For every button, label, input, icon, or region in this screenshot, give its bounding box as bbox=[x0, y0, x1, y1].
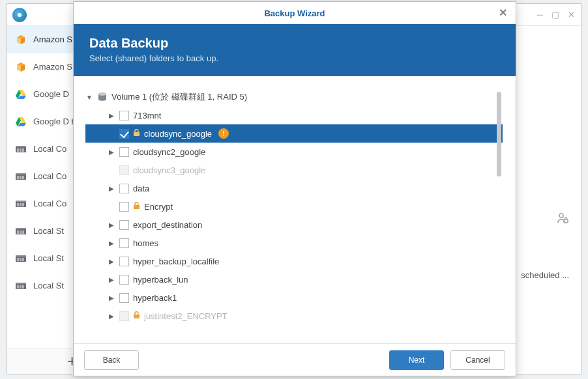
next-button[interactable]: Next bbox=[389, 350, 444, 370]
folder-checkbox[interactable] bbox=[119, 293, 129, 303]
svg-rect-18 bbox=[17, 231, 19, 234]
tree-row[interactable]: ▶cloudsync2_google bbox=[85, 143, 503, 161]
chevron-right-icon[interactable]: ▶ bbox=[108, 111, 115, 119]
folder-checkbox[interactable] bbox=[119, 147, 129, 157]
svg-rect-30 bbox=[22, 285, 24, 288]
modal-body: ▼ Volume 1 (位於 磁碟群組 1, RAID 5) ▶713mntcl… bbox=[74, 76, 516, 343]
tree-row[interactable]: ▶713mnt bbox=[85, 106, 503, 124]
svg-rect-5 bbox=[22, 148, 24, 152]
folder-checkbox[interactable] bbox=[119, 202, 129, 212]
chevron-right-icon[interactable]: ▶ bbox=[108, 239, 115, 247]
folder-label: data bbox=[133, 184, 149, 193]
svg-rect-35 bbox=[134, 132, 140, 136]
chevron-right-icon[interactable]: ▶ bbox=[108, 294, 115, 302]
svg-point-31 bbox=[559, 214, 563, 218]
sidebar-item-label: Local Co bbox=[33, 199, 66, 210]
svg-rect-13 bbox=[17, 203, 19, 206]
folder-checkbox[interactable] bbox=[119, 257, 129, 266]
svg-rect-9 bbox=[20, 176, 22, 179]
folder-label: cloudsync_google bbox=[144, 129, 212, 139]
folder-checkbox[interactable] bbox=[119, 184, 129, 193]
folder-checkbox[interactable] bbox=[119, 275, 129, 285]
maximize-icon[interactable]: ▢ bbox=[551, 10, 560, 20]
amazon-s3-icon bbox=[15, 61, 27, 73]
tree-row[interactable]: cloudsync_google! bbox=[85, 124, 503, 143]
sidebar-item-label: Local Co bbox=[33, 144, 66, 155]
svg-rect-36 bbox=[134, 205, 140, 209]
modal-titlebar: Backup Wizard ✕ bbox=[74, 2, 516, 24]
sidebar-item-label: Local Co bbox=[33, 171, 66, 182]
tree-row[interactable]: ▶homes bbox=[85, 234, 503, 252]
warning-icon: ! bbox=[218, 128, 229, 139]
app-logo-icon bbox=[12, 8, 27, 22]
folder-label: 713mnt bbox=[133, 111, 161, 120]
back-button[interactable]: Back bbox=[84, 350, 139, 370]
svg-rect-17 bbox=[16, 228, 26, 229]
modal-title: Backup Wizard bbox=[264, 8, 325, 18]
folder-checkbox[interactable] bbox=[119, 129, 129, 139]
svg-rect-27 bbox=[16, 283, 26, 284]
svg-rect-8 bbox=[17, 176, 19, 179]
sidebar-item-label: Amazon S bbox=[33, 35, 72, 46]
svg-rect-4 bbox=[20, 148, 22, 152]
local-icon bbox=[15, 253, 27, 264]
svg-rect-37 bbox=[134, 315, 140, 318]
tree-row[interactable]: ▶hyperback1 bbox=[85, 288, 503, 307]
chevron-right-icon[interactable]: ▶ bbox=[108, 257, 115, 265]
folder-tree: ▼ Volume 1 (位於 磁碟群組 1, RAID 5) ▶713mntcl… bbox=[85, 88, 503, 337]
folder-checkbox[interactable] bbox=[119, 220, 129, 230]
sidebar-item-label: Local St bbox=[33, 253, 64, 264]
chevron-right-icon[interactable]: ▶ bbox=[108, 148, 115, 156]
google-drive-icon bbox=[15, 116, 27, 128]
folder-checkbox bbox=[119, 165, 129, 175]
modal-header-title: Data Backup bbox=[89, 36, 500, 51]
svg-rect-25 bbox=[22, 258, 24, 261]
folder-label: cloudsync2_google bbox=[133, 147, 205, 157]
svg-rect-12 bbox=[16, 201, 26, 202]
local-icon bbox=[15, 143, 27, 155]
folder-label: export_destination bbox=[133, 220, 202, 230]
svg-point-34 bbox=[98, 92, 106, 96]
local-icon bbox=[15, 198, 27, 210]
folder-label: cloudsync3_google bbox=[133, 165, 205, 175]
tree-row[interactable]: ▶export_destination bbox=[85, 216, 503, 234]
svg-rect-14 bbox=[20, 203, 22, 206]
local-icon bbox=[15, 280, 27, 292]
folder-label: hyperback_lun bbox=[133, 275, 188, 285]
folder-label: Encrypt bbox=[144, 202, 173, 212]
svg-rect-23 bbox=[17, 258, 19, 261]
tree-row[interactable]: ▶data bbox=[85, 179, 503, 197]
svg-rect-29 bbox=[20, 285, 22, 288]
folder-label: justintest2_ENCRYPT bbox=[144, 311, 228, 321]
tree-row[interactable]: ▶hyperback_lun bbox=[85, 270, 503, 288]
lock-icon bbox=[133, 311, 140, 321]
folder-label: homes bbox=[133, 238, 158, 248]
folder-checkbox[interactable] bbox=[119, 111, 129, 120]
chevron-right-icon[interactable]: ▶ bbox=[108, 184, 115, 192]
backup-wizard-modal: Backup Wizard ✕ Data Backup Select (shar… bbox=[73, 1, 516, 376]
lock-user-icon[interactable] bbox=[556, 212, 569, 228]
sidebar-item-label: Local St bbox=[33, 226, 64, 237]
scrollbar-thumb[interactable] bbox=[497, 92, 501, 176]
modal-close-icon[interactable]: ✕ bbox=[496, 7, 509, 20]
svg-rect-28 bbox=[17, 285, 19, 288]
svg-rect-20 bbox=[22, 231, 24, 234]
svg-rect-7 bbox=[16, 173, 26, 175]
local-icon bbox=[15, 225, 27, 237]
tree-row[interactable]: ▶hyper_backup_localfile bbox=[85, 252, 503, 270]
google-drive-icon bbox=[15, 89, 27, 100]
close-icon[interactable]: ✕ bbox=[566, 10, 576, 20]
tree-volume-row[interactable]: ▼ Volume 1 (位於 磁碟群組 1, RAID 5) bbox=[85, 88, 503, 106]
modal-header-subtitle: Select (shared) folders to back up. bbox=[89, 53, 500, 63]
chevron-down-icon[interactable]: ▼ bbox=[85, 93, 93, 101]
chevron-right-icon[interactable]: ▶ bbox=[108, 221, 115, 229]
volume-icon bbox=[97, 92, 108, 102]
minimize-icon[interactable]: ─ bbox=[535, 10, 544, 20]
cancel-button[interactable]: Cancel bbox=[450, 350, 505, 370]
tree-row[interactable]: Encrypt bbox=[85, 197, 503, 216]
chevron-right-icon[interactable]: ▶ bbox=[108, 312, 115, 320]
chevron-right-icon[interactable]: ▶ bbox=[108, 275, 115, 283]
folder-checkbox[interactable] bbox=[119, 238, 129, 248]
chevron-right-icon bbox=[108, 166, 115, 174]
chevron-right-icon bbox=[108, 203, 115, 210]
